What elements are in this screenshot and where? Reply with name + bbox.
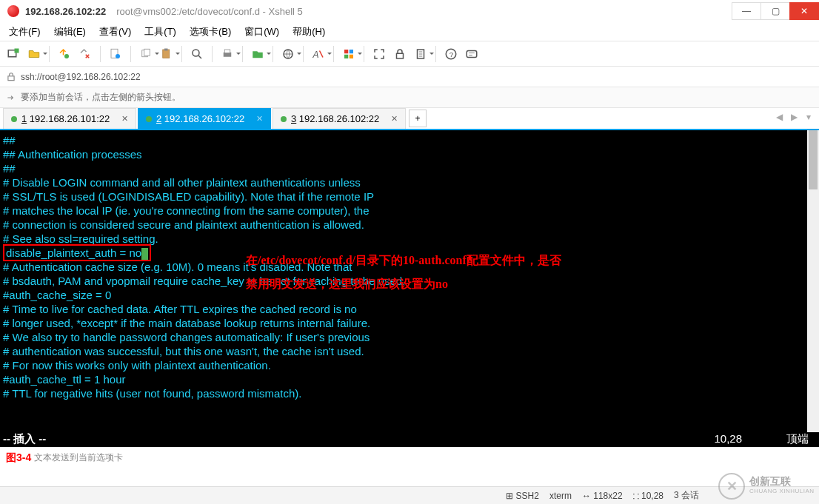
terminal-line: # Time to live for cached data. After TT…	[3, 302, 816, 316]
status-bar: ⊞ SSH2 xterm ↔ 118x22 ⸬ 10,28 3 会话	[0, 486, 819, 504]
tab-session-2[interactable]: 2 192.168.26.102:22 ✕	[138, 108, 271, 129]
svg-rect-15	[350, 50, 353, 53]
new-session-button[interactable]	[4, 45, 22, 63]
scrollbar[interactable]	[807, 130, 819, 432]
separator	[435, 46, 436, 62]
tab-menu-icon[interactable]: ▾	[803, 111, 815, 123]
minimize-button[interactable]: —	[732, 2, 761, 20]
copy-button[interactable]	[137, 45, 155, 63]
vim-mode: -- 插入 --	[3, 431, 46, 446]
menu-help[interactable]: 帮助(H)	[287, 24, 331, 40]
add-tab-button[interactable]: +	[409, 110, 427, 127]
terminal-line: ## Authentication processes	[3, 147, 816, 161]
reconnect-button[interactable]	[56, 45, 73, 63]
status-size: ↔ 118x22	[582, 491, 623, 501]
tab-label: 1 192.168.26.101:22	[21, 113, 117, 124]
status-dot-icon	[146, 116, 152, 122]
svg-text:A: A	[312, 49, 319, 59]
separator	[303, 46, 304, 62]
compose-placeholder: 文本发送到当前选项卡	[34, 451, 123, 464]
terminal-line: # For now this works only with plaintext…	[3, 358, 816, 372]
lock-icon	[6, 72, 16, 82]
properties-button[interactable]	[107, 45, 124, 63]
tab-close-icon[interactable]: ✕	[256, 114, 263, 124]
terminal[interactable]: ## ## Authentication processes ## # Disa…	[0, 130, 819, 447]
menu-edit[interactable]: 编辑(E)	[48, 24, 92, 40]
svg-rect-7	[163, 50, 170, 58]
svg-point-4	[116, 54, 120, 58]
arrow-icon[interactable]	[6, 93, 16, 103]
help-button[interactable]: ?	[442, 45, 460, 63]
svg-rect-16	[344, 54, 348, 58]
font-button[interactable]: A	[310, 45, 327, 63]
scroll-button[interactable]	[412, 45, 429, 63]
separator	[333, 46, 334, 62]
separator	[364, 46, 364, 62]
annotation-line2: 禁用明文发送，这里我们应该设置为no	[246, 277, 448, 291]
tab-close-icon[interactable]: ✕	[121, 114, 128, 124]
color-scheme-button[interactable]	[340, 45, 358, 63]
tab-close-icon[interactable]: ✕	[391, 114, 398, 124]
svg-rect-23	[8, 75, 14, 80]
disconnect-button[interactable]	[76, 45, 94, 63]
terminal-line: ##	[3, 133, 816, 147]
figure-label: 图3-4	[6, 451, 31, 465]
tab-session-3[interactable]: 3 192.168.26.102:22 ✕	[273, 108, 406, 129]
vim-scroll-indicator: 顶端	[786, 431, 809, 446]
separator	[273, 46, 273, 62]
toolbar: A ?	[0, 41, 819, 67]
compose-bar[interactable]: 图3-4 文本发送到当前选项卡	[0, 447, 819, 468]
tab-session-1[interactable]: 1 192.168.26.101:22 ✕	[3, 108, 136, 129]
vim-status-line: -- 插入 -- 10,28 顶端	[3, 431, 816, 446]
menu-view[interactable]: 查看(V)	[93, 24, 137, 40]
menu-tabs[interactable]: 选项卡(B)	[184, 24, 237, 40]
language-button[interactable]	[279, 45, 297, 63]
tab-label: 2 192.168.26.102:22	[156, 113, 252, 124]
separator	[242, 46, 243, 62]
annotation-line1: 在/etc/dovecot/conf.d/目录下的10-auth.conf配置文…	[246, 253, 561, 267]
status-sessions: 3 会话	[674, 489, 699, 502]
svg-rect-14	[344, 50, 348, 53]
highlighted-setting: disable_plaintext_auth = no	[3, 244, 151, 261]
tab-prev-icon[interactable]: ◀	[773, 111, 785, 123]
print-button[interactable]	[218, 45, 236, 63]
svg-rect-6	[144, 49, 150, 56]
xftp-button[interactable]	[249, 45, 267, 63]
address-bar: ssh://root@192.168.26.102:22	[0, 67, 819, 87]
find-button[interactable]	[188, 45, 206, 63]
menu-window[interactable]: 窗口(W)	[238, 24, 285, 40]
menu-bar: 文件(F) 编辑(E) 查看(V) 工具(T) 选项卡(B) 窗口(W) 帮助(…	[0, 22, 819, 41]
separator	[181, 46, 182, 62]
terminal-line: #auth_cache_ttl = 1 hour	[3, 372, 816, 386]
status-protocol: ⊞ SSH2	[506, 491, 539, 501]
maximize-button[interactable]: ▢	[760, 2, 790, 20]
address-url[interactable]: ssh://root@192.168.26.102:22	[21, 72, 141, 82]
svg-rect-1	[15, 48, 19, 53]
status-dot-icon	[11, 116, 17, 122]
terminal-line: # Disable LOGIN command and all other pl…	[3, 175, 816, 189]
window-title-sub: root@vms002:/etc/dovecot/conf.d - Xshell…	[116, 6, 303, 17]
svg-text:?: ?	[449, 50, 454, 58]
tab-next-icon[interactable]: ▶	[788, 111, 800, 123]
menu-file[interactable]: 文件(F)	[3, 24, 47, 40]
open-session-button[interactable]	[25, 45, 43, 63]
tab-bar: 1 192.168.26.101:22 ✕ 2 192.168.26.102:2…	[0, 108, 819, 130]
close-button[interactable]: ✕	[789, 2, 819, 20]
cursor-icon	[141, 248, 148, 260]
status-position: ⸬ 10,28	[633, 491, 663, 501]
fullscreen-button[interactable]	[370, 45, 388, 63]
status-dot-icon	[281, 116, 287, 122]
title-bar: 192.168.26.102:22 root@vms002:/etc/dovec…	[0, 0, 819, 22]
app-icon	[7, 5, 19, 17]
separator	[100, 46, 101, 62]
window-title-main: 192.168.26.102:22	[25, 6, 106, 17]
vim-position: 10,28	[714, 431, 742, 446]
terminal-line: ##	[3, 161, 816, 175]
menu-tools[interactable]: 工具(T)	[138, 24, 182, 40]
hint-text: 要添加当前会话，点击左侧的箭头按钮。	[21, 91, 181, 104]
paste-button[interactable]	[158, 45, 176, 63]
compose-bar-button[interactable]	[463, 45, 481, 63]
terminal-line: # connection is considered secure and pl…	[3, 218, 816, 232]
scrollbar-thumb[interactable]	[809, 130, 818, 189]
lock-button[interactable]	[391, 45, 409, 63]
